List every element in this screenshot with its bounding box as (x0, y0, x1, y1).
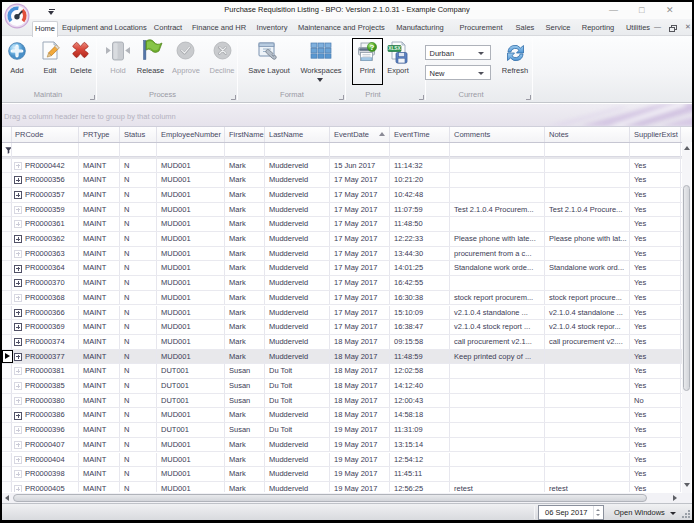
svg-text:?: ? (370, 43, 375, 52)
svg-text:XLSX: XLSX (388, 46, 401, 51)
